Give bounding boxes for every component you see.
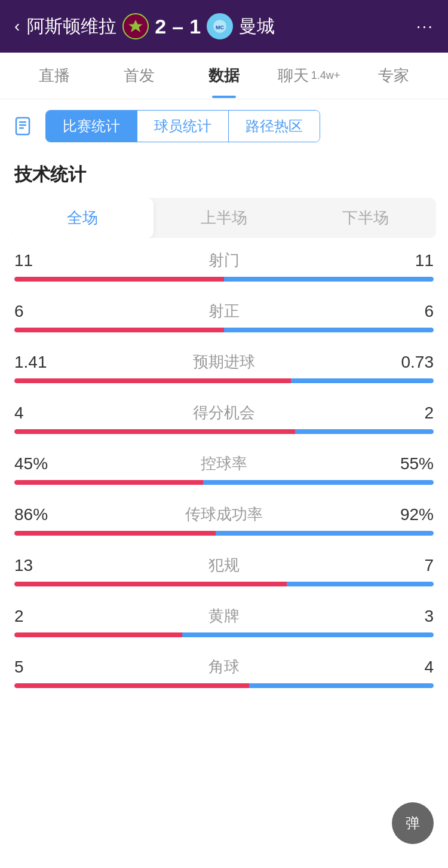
away-value: 6 xyxy=(386,302,434,321)
sub-tab-match-stats[interactable]: 比赛统计 xyxy=(46,111,137,142)
stat-name: 犯规 xyxy=(62,555,386,576)
tab-data[interactable]: 数据 xyxy=(182,53,266,98)
bar-home xyxy=(14,531,216,536)
bar-away xyxy=(295,429,434,434)
svg-rect-5 xyxy=(16,118,29,135)
away-value: 7 xyxy=(386,556,434,575)
period-tab-second[interactable]: 下半场 xyxy=(294,198,436,238)
stat-bar xyxy=(14,632,434,637)
stat-row: 2 黄牌 3 xyxy=(14,606,434,637)
stat-bar xyxy=(14,378,434,383)
bar-away xyxy=(182,632,434,637)
sub-tab-heatmap[interactable]: 路径热区 xyxy=(229,111,320,142)
period-tab-first[interactable]: 上半场 xyxy=(154,198,295,238)
away-value: 92% xyxy=(386,505,434,524)
stat-bar xyxy=(14,531,434,536)
bar-away xyxy=(291,378,434,383)
away-team-name: 曼城 xyxy=(239,14,275,39)
stat-name: 传球成功率 xyxy=(62,504,386,525)
stat-name: 射门 xyxy=(62,250,386,271)
tab-expert[interactable]: 专家 xyxy=(351,53,436,98)
svg-text:MC: MC xyxy=(216,25,224,30)
header-left: ‹ 阿斯顿维拉 2 – 1 MC 曼城 xyxy=(14,13,275,39)
stat-labels: 5 角球 4 xyxy=(14,656,434,677)
bar-home xyxy=(14,378,291,383)
home-value: 6 xyxy=(14,302,62,321)
score-separator: – xyxy=(172,15,183,38)
stat-name: 得分机会 xyxy=(62,402,386,423)
home-value: 11 xyxy=(14,251,62,270)
home-team-logo xyxy=(122,13,149,39)
stat-bar xyxy=(14,277,434,282)
period-tab-full[interactable]: 全场 xyxy=(12,198,154,238)
bar-home xyxy=(14,429,295,434)
stat-name: 射正 xyxy=(62,301,386,322)
stat-row: 1.41 预期进球 0.73 xyxy=(14,352,434,383)
bar-away xyxy=(203,480,434,485)
stat-name: 控球率 xyxy=(62,453,386,474)
nav-tabs: 直播 首发 数据 聊天 1.4w+ 专家 xyxy=(0,53,448,99)
stat-name: 黄牌 xyxy=(62,606,386,626)
bar-away xyxy=(224,328,434,332)
stat-labels: 45% 控球率 55% xyxy=(14,453,434,474)
stats-container: 11 射门 11 6 射正 6 1.41 预期进球 0.73 4 xyxy=(0,250,448,688)
bar-home xyxy=(14,683,249,688)
period-tabs: 全场 上半场 下半场 xyxy=(12,198,436,238)
bar-away xyxy=(287,582,434,586)
away-value: 0.73 xyxy=(386,353,434,372)
stat-row: 86% 传球成功率 92% xyxy=(14,504,434,536)
bar-home xyxy=(14,632,182,637)
bar-home xyxy=(14,277,224,282)
away-value: 11 xyxy=(386,251,434,270)
stat-row: 45% 控球率 55% xyxy=(14,453,434,485)
away-value: 3 xyxy=(386,607,434,626)
stat-labels: 4 得分机会 2 xyxy=(14,402,434,423)
share-icon[interactable] xyxy=(12,113,38,139)
stat-row: 11 射门 11 xyxy=(14,250,434,282)
stat-name: 预期进球 xyxy=(62,352,386,372)
home-team-name: 阿斯顿维拉 xyxy=(27,14,116,39)
stat-name: 角球 xyxy=(62,656,386,677)
home-value: 5 xyxy=(14,658,62,677)
home-value: 1.41 xyxy=(14,353,62,372)
home-value: 13 xyxy=(14,556,62,575)
stat-bar xyxy=(14,582,434,586)
away-team-logo: MC xyxy=(207,13,233,39)
sub-tab-group: 比赛统计 球员统计 路径热区 xyxy=(45,110,320,142)
stat-row: 4 得分机会 2 xyxy=(14,402,434,434)
svg-rect-6 xyxy=(19,121,26,123)
match-title: 阿斯顿维拉 2 – 1 MC 曼城 xyxy=(27,13,275,39)
bar-away xyxy=(216,531,434,536)
bar-away xyxy=(249,683,434,688)
away-value: 4 xyxy=(386,658,434,677)
bar-home xyxy=(14,328,224,332)
bar-away xyxy=(224,277,434,282)
stat-labels: 11 射门 11 xyxy=(14,250,434,271)
stat-labels: 13 犯规 7 xyxy=(14,555,434,576)
tab-live[interactable]: 直播 xyxy=(12,53,97,98)
stat-bar xyxy=(14,683,434,688)
stat-labels: 1.41 预期进球 0.73 xyxy=(14,352,434,372)
section-title: 技术统计 xyxy=(0,153,448,192)
home-value: 2 xyxy=(14,607,62,626)
stat-row: 5 角球 4 xyxy=(14,656,434,688)
bar-home xyxy=(14,480,203,485)
stat-bar xyxy=(14,429,434,434)
stat-row: 13 犯规 7 xyxy=(14,555,434,586)
tab-lineup[interactable]: 首发 xyxy=(97,53,182,98)
away-score: 1 xyxy=(189,15,201,38)
header: ‹ 阿斯顿维拉 2 – 1 MC 曼城 ··· xyxy=(0,0,448,53)
sub-tab-player-stats[interactable]: 球员统计 xyxy=(137,111,229,142)
svg-rect-7 xyxy=(19,124,26,126)
tab-chat[interactable]: 聊天 1.4w+ xyxy=(266,53,351,98)
away-value: 2 xyxy=(386,404,434,423)
stat-row: 6 射正 6 xyxy=(14,301,434,332)
sub-tabs-row: 比赛统计 球员统计 路径热区 xyxy=(0,99,448,153)
home-value: 4 xyxy=(14,404,62,423)
bar-home xyxy=(14,582,287,586)
away-value: 55% xyxy=(386,454,434,473)
stat-bar xyxy=(14,480,434,485)
more-button[interactable]: ··· xyxy=(416,17,434,36)
chat-badge: 1.4w+ xyxy=(311,69,340,82)
back-button[interactable]: ‹ xyxy=(14,17,20,36)
